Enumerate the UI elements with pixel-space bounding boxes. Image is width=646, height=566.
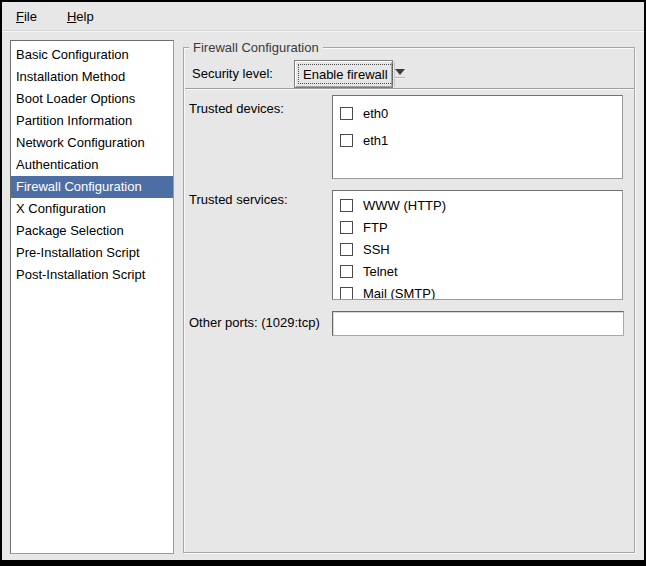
- service-row-www-http[interactable]: WWW (HTTP): [333, 194, 622, 216]
- frame-title: Firewall Configuration: [189, 39, 323, 56]
- checkbox-www-http[interactable]: [340, 199, 353, 212]
- checkbox-label: Mail (SMTP): [363, 286, 435, 301]
- other-ports-input[interactable]: [332, 311, 624, 336]
- menu-help[interactable]: Help: [59, 6, 102, 27]
- service-row-telnet[interactable]: Telnet: [333, 260, 622, 282]
- checkbox-label: eth0: [363, 106, 388, 121]
- checkbox-telnet[interactable]: [340, 265, 353, 278]
- checkbox-label: WWW (HTTP): [363, 198, 446, 213]
- other-ports-label: Other ports: (1029:tcp): [189, 315, 320, 330]
- checkbox-ftp[interactable]: [340, 221, 353, 234]
- checkbox-label: SSH: [363, 242, 390, 257]
- service-row-ssh[interactable]: SSH: [333, 238, 622, 260]
- checkbox-label: eth1: [363, 133, 388, 148]
- sidebar-item-authentication[interactable]: Authentication: [11, 154, 173, 176]
- horizontal-separator: [185, 88, 634, 90]
- checkbox-eth0[interactable]: [340, 107, 353, 120]
- device-row-eth1[interactable]: eth1: [333, 127, 622, 154]
- security-level-dropdown[interactable]: Enable firewall: [294, 60, 393, 88]
- sidebar-item-firewall-configuration[interactable]: Firewall Configuration: [11, 176, 173, 198]
- menu-bar: FileHelp: [2, 2, 644, 31]
- trusted-services-list: WWW (HTTP)FTPSSHTelnetMail (SMTP): [332, 190, 623, 300]
- sidebar-item-pre-installation-script[interactable]: Pre-Installation Script: [11, 242, 173, 264]
- checkbox-label: FTP: [363, 220, 388, 235]
- checkbox-label: Telnet: [363, 264, 398, 279]
- sidebar-item-basic-configuration[interactable]: Basic Configuration: [11, 44, 173, 66]
- sidebar-item-boot-loader-options[interactable]: Boot Loader Options: [11, 88, 173, 110]
- sidebar-item-installation-method[interactable]: Installation Method: [11, 66, 173, 88]
- sidebar-item-network-configuration[interactable]: Network Configuration: [11, 132, 173, 154]
- menu-file[interactable]: File: [8, 6, 45, 27]
- checkbox-eth1[interactable]: [340, 134, 353, 147]
- service-row-mail-smtp[interactable]: Mail (SMTP): [333, 282, 622, 300]
- device-row-eth0[interactable]: eth0: [333, 100, 622, 127]
- application-window: FileHelp Basic ConfigurationInstallation…: [0, 0, 646, 566]
- checkbox-ssh[interactable]: [340, 243, 353, 256]
- security-level-value: Enable firewall: [298, 64, 393, 84]
- trusted-devices-label: Trusted devices:: [189, 101, 284, 116]
- trusted-devices-list: eth0eth1: [332, 95, 623, 179]
- service-row-ftp[interactable]: FTP: [333, 216, 622, 238]
- checkbox-mail-smtp[interactable]: [340, 287, 353, 300]
- sidebar-item-partition-information[interactable]: Partition Information: [11, 110, 173, 132]
- security-level-label: Security level:: [192, 66, 273, 81]
- sidebar-item-x-configuration[interactable]: X Configuration: [11, 198, 173, 220]
- sidebar-list: Basic ConfigurationInstallation MethodBo…: [10, 40, 174, 554]
- dropdown-arrow-icon: [394, 61, 405, 87]
- trusted-services-label: Trusted services:: [189, 192, 288, 207]
- sidebar-item-post-installation-script[interactable]: Post-Installation Script: [11, 264, 173, 286]
- sidebar-item-package-selection[interactable]: Package Selection: [11, 220, 173, 242]
